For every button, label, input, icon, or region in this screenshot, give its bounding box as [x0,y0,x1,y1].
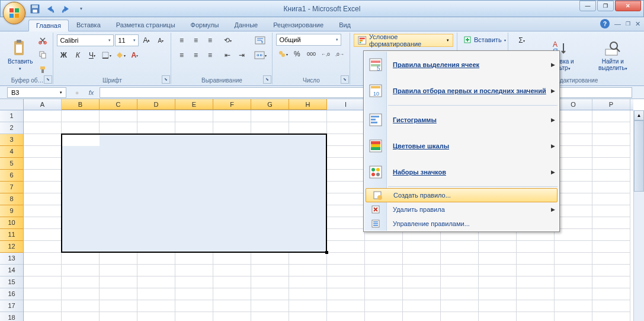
row-header[interactable]: 14 [0,265,23,276]
menu-color-scales[interactable]: Цветовые шкалы ▶ [364,133,559,159]
close-button[interactable]: ✕ [615,1,641,11]
row-header[interactable]: 5 [0,158,23,170]
scroll-up-icon[interactable]: ▲ [634,110,644,120]
tab-page-layout[interactable]: Разметка страницы [108,19,183,31]
menu-top-bottom-rules[interactable]: 10 Правила отбора первых и последних зна… [364,78,559,104]
cancel-formula-icon[interactable]: ● [71,87,83,98]
align-right-icon[interactable]: ≡ [203,49,216,62]
row-header[interactable]: 16 [0,288,23,300]
row-header[interactable]: 18 [0,312,23,321]
cut-icon[interactable] [36,34,49,47]
merge-cells-icon[interactable]: ▾ [252,49,268,62]
menu-manage-rules[interactable]: Управление правилами... [364,217,559,231]
orientation-icon[interactable]: ⟲▾ [221,34,234,47]
align-left-icon[interactable]: ≡ [175,49,188,62]
menu-icon-sets[interactable]: Наборы значков ▶ [364,159,559,185]
row-header[interactable]: 6 [0,170,23,182]
column-header[interactable]: O [555,99,592,110]
column-header[interactable]: C [100,99,137,110]
column-header[interactable]: I [327,99,365,110]
row-header[interactable]: 17 [0,300,23,312]
column-header[interactable]: G [251,99,289,110]
currency-icon[interactable]: ▾ [276,47,289,61]
fill-color-icon[interactable]: ▾ [114,49,127,62]
row-header[interactable]: 7 [0,182,23,193]
minimize-ribbon-icon[interactable]: — [614,20,621,27]
column-header[interactable]: E [175,99,213,110]
redo-icon[interactable] [60,3,72,15]
row-header[interactable]: 12 [0,241,23,253]
fx-icon[interactable]: fx [85,87,97,98]
row-header[interactable]: 10 [0,217,23,229]
row-header[interactable]: 13 [0,253,23,265]
border-icon[interactable]: ▾ [100,49,113,62]
find-select-button[interactable]: Найти и выделить▾ [587,34,639,76]
tab-review[interactable]: Рецензирование [265,19,331,31]
autosum-icon[interactable]: Σ▾ [512,34,531,47]
decrease-font-icon[interactable]: A▾ [154,34,167,47]
menu-clear-rules[interactable]: Удалить правила ▶ [364,202,559,217]
column-header[interactable]: F [213,99,251,110]
office-button[interactable] [3,2,25,24]
selection-fill-handle[interactable] [325,251,328,254]
font-launcher[interactable]: ⬊ [162,75,170,84]
save-icon[interactable] [29,3,41,15]
clipboard-launcher[interactable]: ⬊ [44,75,52,84]
tab-insert[interactable]: Вставка [69,19,108,31]
doc-close-icon[interactable]: ✕ [635,20,640,28]
maximize-button[interactable]: ❐ [597,1,614,11]
align-bottom-icon[interactable]: ≡ [203,34,216,47]
tab-view[interactable]: Вид [331,19,358,31]
comma-icon[interactable]: 000 [305,47,318,61]
qat-customize-icon[interactable]: ▾ [75,3,87,15]
menu-new-rule[interactable]: Создать правило... [366,188,558,202]
column-header[interactable]: P [592,99,630,110]
minimize-button[interactable]: — [579,1,596,11]
tab-formulas[interactable]: Формулы [183,19,227,31]
row-header[interactable]: 8 [0,193,23,205]
row-header[interactable]: 3 [0,134,23,146]
conditional-formatting-button[interactable]: Условное форматирование ▾ [354,34,453,47]
align-center-icon[interactable]: ≡ [189,49,202,62]
tab-data[interactable]: Данные [226,19,265,31]
copy-icon[interactable] [36,48,49,61]
undo-icon[interactable] [44,3,56,15]
bold-icon[interactable]: Ж [57,49,70,62]
italic-icon[interactable]: К [71,49,84,62]
row-header[interactable]: 9 [0,205,23,217]
increase-indent-icon[interactable]: ⇥ [235,49,248,62]
decrease-indent-icon[interactable]: ⇤ [221,49,234,62]
name-box[interactable]: B3▾ [7,87,66,98]
number-format-combo[interactable]: Общий▾ [276,34,341,46]
paste-button[interactable]: Вставить▾ [5,34,35,76]
row-header[interactable]: 15 [0,276,23,288]
help-icon[interactable]: ? [600,19,610,28]
vertical-scrollbar[interactable]: ▲ [633,110,644,321]
row-header[interactable]: 4 [0,146,23,158]
column-header[interactable]: D [137,99,175,110]
format-painter-icon[interactable] [36,63,49,76]
font-name-combo[interactable]: Calibri▾ [57,34,114,46]
align-top-icon[interactable]: ≡ [175,34,188,47]
doc-restore-icon[interactable]: ❐ [626,21,630,27]
font-color-icon[interactable]: A▾ [128,49,141,62]
alignment-launcher[interactable]: ⬊ [263,75,271,84]
row-header[interactable]: 1 [0,110,23,122]
row-header[interactable]: 2 [0,122,23,134]
increase-decimal-icon[interactable]: ←,0 [319,47,332,61]
wrap-text-icon[interactable] [252,34,268,47]
menu-data-bars[interactable]: Гистограммы ▶ [364,107,559,133]
insert-cells-button[interactable]: Вставить▾ [461,34,508,46]
tab-home[interactable]: Главная [28,20,69,31]
number-launcher[interactable]: ⬊ [341,75,349,84]
column-header[interactable]: B [62,99,100,110]
decrease-decimal-icon[interactable]: ,0→ [333,47,346,61]
align-middle-icon[interactable]: ≡ [189,34,202,47]
column-header[interactable]: A [24,99,62,110]
row-header[interactable]: 11 [0,229,23,241]
underline-icon[interactable]: Ч▾ [85,49,98,62]
scroll-thumb[interactable] [634,120,644,192]
menu-highlight-cells-rules[interactable]: 5 Правила выделения ячеек ▶ [364,52,559,78]
percent-icon[interactable]: % [290,47,303,61]
font-size-combo[interactable]: 11▾ [115,34,139,46]
